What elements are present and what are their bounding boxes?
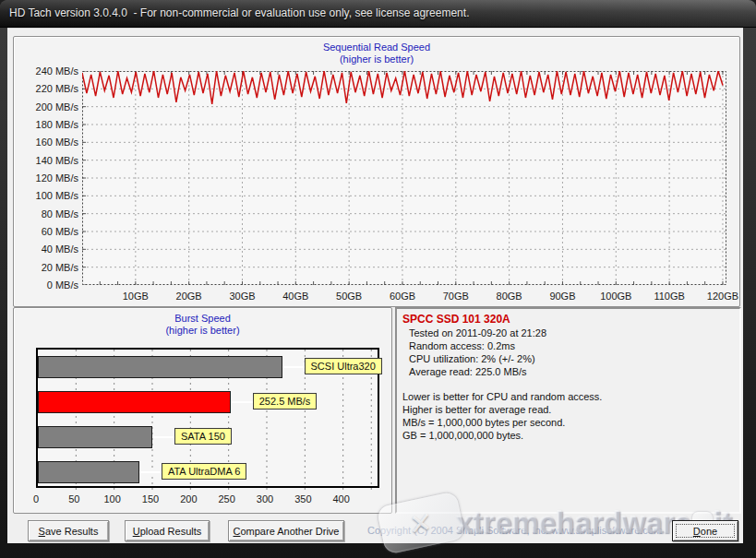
seq-x-tick-label: 80GB bbox=[486, 291, 533, 302]
cpu-utilization-line: CPU utilization: 2% (+/- 2%) bbox=[402, 352, 734, 365]
burst-x-tick-label: 150 bbox=[135, 493, 166, 505]
burst-bar bbox=[38, 391, 231, 413]
seq-y-tick-label: 220 MB/s bbox=[21, 83, 78, 94]
average-read-line: Average read: 225.0 MB/s bbox=[402, 365, 734, 378]
seq-y-tick-label: 80 MB/s bbox=[21, 208, 78, 220]
burst-x-tick-label: 400 bbox=[326, 493, 357, 505]
burst-x-tick-label: 0 bbox=[20, 493, 52, 505]
note-line-4: GB = 1,000,000,000 bytes. bbox=[402, 429, 734, 442]
burst-bar-connector bbox=[282, 366, 305, 368]
copyright-text: Copyright (C) 2004 Simpli Software, Inc.… bbox=[367, 525, 662, 536]
seq-y-tick-label: 40 MB/s bbox=[21, 243, 78, 255]
window-title: HD Tach version 3.0.4.0 - For non-commer… bbox=[0, 0, 756, 19]
client-area: Sequential Read Speed (higher is better)… bbox=[7, 28, 743, 543]
seq-x-tick-label: 90GB bbox=[539, 291, 585, 302]
seq-plot-svg bbox=[82, 71, 726, 285]
hd-tach-window: HD Tach version 3.0.4.0 - For non-commer… bbox=[0, 0, 756, 558]
burst-plot: SCSI Ultra320252.5 MB/sSATA 150ATA Ultra… bbox=[36, 348, 379, 488]
burst-x-tick-label: 250 bbox=[211, 493, 243, 505]
seq-x-tick-label: 70GB bbox=[433, 291, 479, 302]
seq-chart-title: Sequential Read Speed bbox=[14, 42, 739, 53]
random-access-line: Random access: 0.2ms bbox=[402, 339, 734, 352]
drive-info-panel: SPCC SSD 101 320A Tested on 2011-09-20 a… bbox=[395, 307, 741, 514]
seq-y-tick-label: 100 MB/s bbox=[21, 190, 78, 201]
burst-bar bbox=[38, 356, 282, 378]
seq-x-tick-label: 50GB bbox=[326, 291, 372, 302]
tested-on-line: Tested on 2011-09-20 at 21:28 bbox=[402, 326, 734, 339]
seq-y-tick-label: 180 MB/s bbox=[21, 119, 78, 130]
burst-x-tick-label: 50 bbox=[58, 493, 90, 505]
seq-y-tick-label: 160 MB/s bbox=[21, 137, 78, 148]
drive-name: SPCC SSD 101 320A bbox=[402, 313, 734, 326]
titlebar[interactable]: HD Tach version 3.0.4.0 - For non-commer… bbox=[0, 0, 756, 28]
note-line-3: MB/s = 1,000,000 bytes per second. bbox=[402, 416, 734, 429]
burst-chart-title: Burst Speed bbox=[14, 313, 391, 324]
done-button[interactable]: Done bbox=[672, 520, 738, 541]
compare-another-drive-button[interactable]: Compare Another Drive bbox=[228, 520, 344, 541]
seq-x-tick-label: 110GB bbox=[646, 291, 692, 302]
burst-x-tick-label: 300 bbox=[249, 493, 281, 505]
seq-y-tick-label: 20 MB/s bbox=[21, 262, 78, 273]
burst-chart-subtitle: (higher is better) bbox=[14, 325, 391, 336]
upload-results-button[interactable]: Upload Results bbox=[125, 520, 210, 541]
burst-bar bbox=[38, 426, 152, 448]
burst-bar-label: 252.5 MB/s bbox=[253, 393, 318, 410]
burst-bar-label: SCSI Ultra320 bbox=[305, 358, 382, 374]
save-results-button[interactable]: Save Results bbox=[28, 520, 109, 541]
seq-y-tick-label: 120 MB/s bbox=[21, 172, 78, 184]
burst-bar-label: SATA 150 bbox=[174, 428, 232, 445]
burst-bar bbox=[38, 461, 139, 483]
seq-chart-subtitle: (higher is better) bbox=[14, 53, 739, 65]
burst-x-tick-label: 100 bbox=[97, 493, 128, 505]
info-spacer bbox=[402, 378, 734, 390]
seq-y-tick-label: 0 MB/s bbox=[21, 279, 78, 291]
seq-y-tick-label: 60 MB/s bbox=[21, 226, 78, 237]
burst-bar-connector bbox=[152, 436, 174, 438]
seq-x-tick-label: 20GB bbox=[166, 291, 212, 302]
seq-x-tick-label: 30GB bbox=[219, 291, 265, 302]
burst-bar-label: ATA UltraDMA 6 bbox=[162, 463, 246, 480]
note-line-1: Lower is better for CPU and random acces… bbox=[402, 390, 734, 403]
seq-x-tick-label: 40GB bbox=[272, 291, 318, 302]
sequential-read-panel: Sequential Read Speed (higher is better)… bbox=[13, 36, 740, 307]
seq-x-tick-label: 60GB bbox=[379, 291, 426, 302]
note-line-2: Higher is better for average read. bbox=[402, 403, 734, 416]
burst-speed-panel: Burst Speed (higher is better) SCSI Ultr… bbox=[13, 307, 392, 514]
seq-x-tick-label: 10GB bbox=[113, 291, 159, 302]
seq-y-tick-label: 200 MB/s bbox=[21, 101, 78, 113]
burst-x-tick-label: 200 bbox=[173, 493, 204, 505]
burst-bar-connector bbox=[139, 471, 162, 473]
seq-x-tick-label: 100GB bbox=[593, 291, 639, 302]
burst-bar-connector bbox=[231, 401, 253, 403]
seq-y-tick-label: 140 MB/s bbox=[21, 155, 78, 166]
seq-y-tick-label: 240 MB/s bbox=[21, 65, 78, 77]
burst-x-tick-label: 350 bbox=[287, 493, 318, 505]
seq-x-tick-label: 120GB bbox=[700, 291, 746, 302]
